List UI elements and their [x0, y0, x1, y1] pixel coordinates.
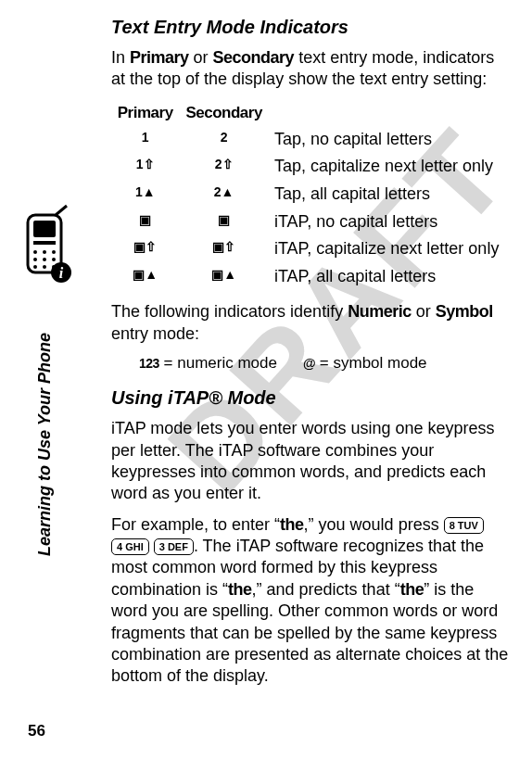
legend-numeric: 123 = numeric mode: [139, 354, 277, 373]
svg-rect-1: [33, 221, 56, 237]
word-the: the: [400, 580, 424, 599]
cell-secondary: 2: [179, 126, 269, 154]
text: In: [111, 48, 130, 67]
symbol-desc: = symbol mode: [315, 354, 426, 372]
cell-desc: iTAP, all capital letters: [269, 263, 510, 291]
svg-rect-2: [33, 241, 56, 245]
section-running-head: Learning to Use Your Phone: [35, 333, 55, 556]
keycap-4: 4 GHI: [111, 538, 149, 555]
cell-primary: 1▲: [111, 181, 179, 209]
svg-point-5: [52, 250, 56, 254]
table-row: 1▲2▲Tap, all capital letters: [111, 181, 510, 209]
heading-text-entry-indicators: Text Entry Mode Indicators: [111, 17, 510, 38]
page: DRAFT i Learning to Use Your Phone 56 Te…: [0, 0, 532, 759]
svg-text:i: i: [59, 265, 64, 281]
numeric-desc: = numeric mode: [159, 354, 277, 372]
cell-desc: Tap, capitalize next letter only: [269, 153, 510, 181]
cell-primary: ▣: [111, 209, 179, 236]
cell-desc: iTAP, no capital letters: [269, 209, 510, 236]
cell-desc: Tap, all capital letters: [269, 181, 510, 209]
text: ,” you would press: [304, 515, 444, 534]
cell-secondary: ▣▲: [179, 263, 269, 291]
phone-illustration: i: [24, 204, 78, 289]
svg-line-12: [56, 206, 67, 215]
cell-desc: iTAP, capitalize next letter only: [269, 235, 510, 263]
table-row: ▣▣iTAP, no capital letters: [111, 209, 510, 236]
page-number: 56: [28, 722, 45, 740]
svg-point-9: [33, 265, 37, 269]
after-table-paragraph: The following indicators identify Numeri…: [111, 301, 510, 345]
table-row: ▣⇧▣⇧iTAP, capitalize next letter only: [111, 235, 510, 263]
term-symbol: Symbol: [436, 302, 493, 321]
keycap-3: 3 DEF: [154, 538, 194, 555]
text: or: [412, 302, 436, 321]
intro-paragraph: In Primary or Secondary text entry mode,…: [111, 47, 510, 91]
word-the: the: [280, 515, 304, 534]
cell-secondary: ▣⇧: [179, 235, 269, 263]
keycap-8: 8 TUV: [444, 517, 484, 534]
cell-secondary: ▣: [179, 209, 269, 236]
col-description: [269, 100, 510, 126]
heading-using-itap: Using iTAP® Mode: [111, 387, 510, 409]
svg-point-7: [43, 258, 46, 261]
cell-primary: 1: [111, 126, 179, 154]
table-row: 1⇧2⇧Tap, capitalize next letter only: [111, 153, 510, 181]
term-numeric: Numeric: [348, 302, 412, 321]
itap-paragraph-1: iTAP mode lets you enter words using one…: [111, 418, 510, 505]
table-row: 12Tap, no capital letters: [111, 126, 510, 154]
svg-point-10: [43, 265, 46, 269]
svg-point-8: [52, 258, 56, 261]
main-content: Text Entry Mode Indicators In Primary or…: [111, 17, 510, 697]
svg-point-6: [33, 258, 37, 261]
itap-paragraph-2: For example, to enter “the,” you would p…: [111, 514, 510, 688]
indicators-table: Primary Secondary 12Tap, no capital lett…: [111, 100, 510, 291]
col-secondary: Secondary: [179, 100, 269, 126]
numeric-symbol: 123: [139, 356, 159, 371]
text: For example, to enter “: [111, 515, 280, 534]
text: ,” and predicts that “: [252, 580, 400, 599]
symbol-symbol: @: [303, 356, 315, 371]
cell-secondary: 2▲: [179, 181, 269, 209]
phone-icon: i: [24, 204, 78, 285]
svg-point-4: [43, 250, 46, 254]
table-row: ▣▲▣▲iTAP, all capital letters: [111, 263, 510, 291]
col-primary: Primary: [111, 100, 179, 126]
legend-symbol: @ = symbol mode: [303, 354, 427, 373]
text: entry mode:: [111, 324, 199, 343]
mode-legend: 123 = numeric mode @ = symbol mode: [139, 354, 510, 373]
cell-desc: Tap, no capital letters: [269, 126, 510, 154]
cell-primary: ▣▲: [111, 263, 179, 291]
cell-primary: 1⇧: [111, 153, 179, 181]
text: The following indicators identify: [111, 302, 348, 321]
cell-secondary: 2⇧: [179, 153, 269, 181]
term-primary: Primary: [130, 48, 189, 67]
word-the: the: [228, 580, 252, 599]
svg-point-3: [33, 250, 37, 254]
cell-primary: ▣⇧: [111, 235, 179, 263]
text: or: [189, 48, 213, 67]
term-secondary: Secondary: [213, 48, 295, 67]
